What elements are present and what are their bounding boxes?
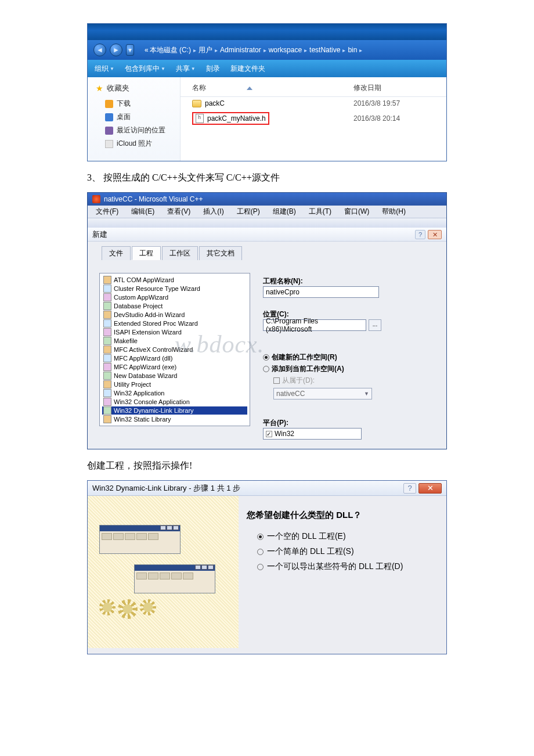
wizard-icon	[103, 302, 111, 310]
dependency-combo[interactable]: nativeCC ▼	[273, 388, 372, 399]
wizard-icon	[103, 389, 111, 397]
project-settings: 工程名称(N): nativeCpro 位置(C): C:\Program Fi…	[250, 273, 437, 440]
tab-file[interactable]: 文件	[102, 246, 131, 260]
vcpp-toolbar	[88, 218, 446, 228]
list-item[interactable]: DevStudio Add-in Wizard	[102, 311, 247, 319]
desktop-icon	[105, 113, 113, 121]
share-button[interactable]: 共享 ▼	[176, 64, 196, 74]
project-name-label: 工程名称(N):	[263, 276, 437, 286]
history-dropdown[interactable]: ▾	[126, 44, 134, 56]
column-headers[interactable]: 名称 修改日期	[181, 81, 446, 97]
list-item[interactable]: MFC AppWizard (dll)	[102, 354, 247, 362]
list-item[interactable]: Custom AppWizard	[102, 293, 247, 301]
newfolder-button[interactable]: 新建文件夹	[230, 64, 265, 74]
radio-empty-dll[interactable]: 一个空的 DLL 工程(E)	[257, 531, 438, 542]
menu-project[interactable]: 工程(P)	[232, 206, 265, 218]
wizard-icon	[103, 415, 111, 423]
list-item[interactable]: MFC AppWizard (exe)	[102, 363, 247, 371]
wizard-icon	[103, 311, 111, 319]
back-button[interactable]: ◄	[93, 44, 106, 56]
new-dialog: 新建 ? ✕ 文件 工程 工作区 其它文档 ATL COM AppWizard	[88, 228, 446, 449]
breadcrumb-prefix: «	[145, 46, 149, 54]
list-item-selected[interactable]: Win32 Dynamic-Link Library	[102, 406, 247, 415]
nav-desktop[interactable]: 桌面	[96, 110, 175, 124]
radio-add-workspace[interactable]: 添加到当前工作空间(A)	[263, 364, 437, 374]
nav-icloud[interactable]: iCloud 照片	[96, 137, 175, 150]
include-button[interactable]: 包含到库中 ▼	[125, 64, 165, 74]
wizard-title: Win32 Dynamic-Link Library - 步骤 1 共 1 步	[92, 483, 240, 494]
tab-workspace[interactable]: 工作区	[162, 246, 198, 260]
wizard-icon	[103, 285, 111, 293]
chevron-down-icon: ▼	[364, 391, 369, 397]
vcpp-titlebar: nativeCC - Microsoft Visual C++	[88, 193, 446, 206]
help-icon[interactable]: ?	[415, 230, 425, 239]
browse-button[interactable]: ...	[369, 319, 381, 331]
list-item[interactable]: Database Project	[102, 302, 247, 310]
list-item[interactable]: New Database Wizard	[102, 372, 247, 380]
burn-button[interactable]: 刻录	[206, 64, 220, 74]
downloads-icon	[105, 100, 113, 108]
list-item[interactable]: Extended Stored Proc Wizard	[102, 319, 247, 327]
mock-window-icon	[134, 564, 215, 593]
menu-tools[interactable]: 工具(T)	[304, 206, 336, 218]
menu-view[interactable]: 查看(V)	[163, 206, 195, 218]
col-date-header: 修改日期	[353, 83, 441, 93]
dialog-title: 新建	[92, 229, 107, 240]
tab-project[interactable]: 工程	[132, 246, 161, 260]
close-icon[interactable]: ✕	[428, 230, 442, 239]
vcpp-menubar[interactable]: 文件(F) 编辑(E) 查看(V) 插入(I) 工程(P) 组建(B) 工具(T…	[88, 206, 446, 218]
list-item[interactable]: Utility Project	[102, 380, 247, 388]
gear-icon	[99, 599, 116, 615]
menu-edit[interactable]: 编辑(E)	[127, 206, 159, 218]
breadcrumb[interactable]: « 本地磁盘 (C:)▸ 用户▸ Administrator▸ workspac…	[145, 45, 363, 55]
list-item[interactable]: Win32 Static Library	[102, 415, 247, 423]
favorites-header[interactable]: ★ 收藏夹	[96, 83, 175, 93]
dialog-tabs: 文件 工程 工作区 其它文档	[102, 246, 438, 260]
menu-insert[interactable]: 插入(I)	[199, 206, 228, 218]
platform-label: 平台(P):	[263, 418, 437, 428]
nav-recent[interactable]: 最近访问的位置	[96, 124, 175, 137]
file-list: 名称 修改日期 packC 2016/3/8 19:57 packC_myNat…	[181, 77, 446, 161]
project-name-input[interactable]: nativeCpro	[263, 286, 379, 298]
vcpp-title: nativeCC - Microsoft Visual C++	[104, 195, 203, 203]
organize-button[interactable]: 组织 ▼	[95, 64, 114, 74]
radio-new-workspace[interactable]: 创建新的工作空间(R)	[263, 352, 437, 362]
menu-help[interactable]: 帮助(H)	[377, 206, 410, 218]
nav-downloads[interactable]: 下载	[96, 97, 175, 110]
location-input[interactable]: C:\Program Files (x86)\Microsoft	[263, 319, 366, 331]
mock-window-icon	[99, 525, 181, 554]
list-item[interactable]: ATL COM AppWizard	[102, 276, 247, 284]
instruction-3: 3、 按照生成的 C/C++头文件来写 C/C++源文件	[87, 172, 447, 184]
menu-build[interactable]: 组建(B)	[268, 206, 301, 218]
list-item[interactable]: MFC ActiveX ControlWizard	[102, 345, 247, 354]
folder-icon	[192, 100, 201, 107]
menu-window[interactable]: 窗口(W)	[340, 206, 374, 218]
radio-icon	[263, 366, 269, 372]
radio-simple-dll[interactable]: 一个简单的 DLL 工程(S)	[257, 546, 438, 557]
address-bar: ◄ ► ▾ « 本地磁盘 (C:)▸ 用户▸ Administrator▸ wo…	[88, 40, 446, 60]
wizard-icon	[103, 276, 111, 284]
header-file-icon	[196, 114, 204, 123]
radio-icon	[257, 564, 264, 570]
list-item[interactable]: Win32 Application	[102, 389, 247, 397]
sort-indicator-icon	[247, 87, 252, 90]
list-item[interactable]: Win32 Console Application	[102, 398, 247, 406]
list-item[interactable]: Makefile	[102, 337, 247, 345]
list-item[interactable]: ISAPI Extension Wizard	[102, 328, 247, 336]
radio-icon	[257, 534, 264, 540]
menu-file[interactable]: 文件(F)	[91, 206, 123, 218]
help-icon[interactable]: ?	[403, 483, 416, 494]
close-icon[interactable]: ✕	[418, 483, 442, 494]
file-row[interactable]: packC_myNative.h 2016/3/8 20:14	[181, 110, 446, 127]
wizard-icon	[103, 372, 111, 380]
list-item[interactable]: Cluster Resource Type Wizard	[102, 285, 247, 293]
radio-export-dll[interactable]: 一个可以导出某些符号的 DLL 工程(D)	[257, 561, 438, 572]
icloud-icon	[105, 140, 113, 148]
vcpp-window: nativeCC - Microsoft Visual C++ 文件(F) 编辑…	[87, 192, 447, 449]
platform-list[interactable]: Win32	[263, 428, 362, 440]
tab-other[interactable]: 其它文档	[199, 246, 242, 260]
project-type-list[interactable]: ATL COM AppWizard Cluster Resource Type …	[99, 273, 250, 426]
file-row[interactable]: packC 2016/3/8 19:57	[181, 97, 446, 110]
forward-button[interactable]: ►	[110, 44, 122, 56]
highlighted-file: packC_myNative.h	[192, 112, 269, 125]
